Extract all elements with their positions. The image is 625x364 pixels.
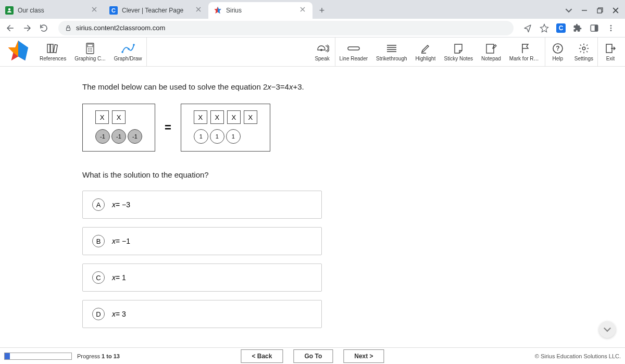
flag-icon (518, 42, 532, 55)
tab-search-icon[interactable] (561, 4, 576, 17)
graphing-button[interactable]: Graphing C... (70, 37, 109, 66)
bottom-bar: Progress 1 to 13 < Back Go To Next > © S… (0, 347, 625, 364)
mark-button[interactable]: Mark for Re... (505, 37, 545, 66)
notepad-icon (484, 42, 498, 55)
svg-point-24 (90, 48, 91, 49)
answer-choice-a[interactable]: A x= −3 (82, 191, 322, 219)
svg-rect-19 (51, 44, 53, 53)
x-tile: X (194, 110, 207, 124)
strikethrough-button[interactable]: Strikethrough (372, 37, 411, 66)
share-icon[interactable] (522, 22, 533, 34)
bookmark-icon[interactable] (539, 22, 550, 34)
x-tile: X (210, 110, 224, 124)
neg-one-circle: -1 (95, 129, 110, 144)
scroll-fab[interactable] (599, 321, 616, 338)
answer-letter: B (92, 235, 105, 247)
extensions-icon[interactable] (572, 22, 583, 34)
svg-point-13 (610, 27, 612, 29)
answer-letter: C (92, 271, 105, 284)
linereader-button[interactable]: Line Reader (335, 37, 372, 66)
goto-button[interactable]: Go To (293, 349, 333, 363)
back-button[interactable]: < Back (241, 349, 283, 363)
graph-icon (121, 42, 135, 55)
answer-text: x= 3 (112, 310, 126, 318)
equation-model: X X -1 -1 -1 = X X X X 1 1 1 (82, 104, 615, 152)
address-bar: sirius.content2classroom.com C (0, 19, 625, 37)
x-tile: X (112, 110, 126, 124)
svg-point-12 (610, 25, 612, 27)
help-button[interactable]: ? Help (545, 37, 570, 66)
lock-icon (65, 24, 72, 32)
window-controls (561, 4, 625, 19)
new-tab-button[interactable]: + (315, 3, 329, 18)
svg-point-23 (88, 48, 89, 49)
svg-point-14 (610, 30, 612, 31)
side-panel-icon[interactable] (589, 22, 600, 34)
model-left: X X -1 -1 -1 (82, 104, 155, 152)
question-content: The model below can be used to solve the… (0, 67, 625, 347)
question-prompt: The model below can be used to solve the… (82, 82, 615, 91)
answer-letter: A (92, 198, 105, 211)
url-text: sirius.content2classroom.com (76, 24, 165, 32)
chevron-down-icon (604, 326, 611, 333)
exit-button[interactable]: Exit (598, 37, 623, 66)
restore-icon[interactable] (593, 4, 607, 17)
tab-favicon (214, 6, 222, 15)
answer-choice-b[interactable]: B x= −1 (82, 227, 322, 255)
sticky-button[interactable]: Sticky Notes (440, 37, 477, 66)
svg-point-26 (88, 51, 89, 52)
svg-point-25 (91, 48, 92, 49)
browser-tab[interactable]: C Clever | Teacher Page (104, 2, 208, 19)
menu-icon[interactable] (605, 22, 617, 34)
next-button[interactable]: Next > (343, 349, 384, 363)
svg-rect-11 (595, 25, 598, 31)
svg-point-1 (8, 8, 10, 10)
svg-rect-8 (597, 9, 602, 13)
strikethrough-icon (384, 42, 399, 55)
close-icon[interactable] (92, 7, 99, 14)
svg-text:C: C (111, 7, 116, 14)
minimize-icon[interactable] (577, 4, 592, 17)
notepad-button[interactable]: Notepad (477, 37, 505, 66)
answer-choice-c[interactable]: C x= 1 (82, 263, 322, 292)
settings-button[interactable]: Settings (570, 37, 597, 66)
svg-point-31 (133, 44, 135, 46)
svg-marker-5 (218, 7, 221, 14)
browser-tab-strip: Our class C Clever | Teacher Page Sirius… (0, 0, 625, 19)
extension-c-icon[interactable]: C (555, 22, 567, 34)
graphdraw-button[interactable]: Graph/Draw (110, 37, 146, 66)
x-tile: X (244, 110, 257, 124)
browser-tab-active[interactable]: Sirius (208, 2, 312, 19)
progress-bar (4, 353, 72, 360)
speak-icon (315, 42, 330, 55)
svg-point-29 (121, 51, 123, 53)
highlight-icon (418, 42, 433, 55)
x-tile: X (227, 110, 241, 124)
window-close-icon[interactable] (608, 4, 623, 17)
pos-one-circle: 1 (194, 129, 208, 144)
browser-tab[interactable]: Our class (0, 2, 104, 19)
tab-favicon (5, 6, 14, 15)
reload-icon[interactable] (38, 22, 50, 34)
books-icon (46, 42, 60, 55)
speak-button[interactable]: Speak (310, 37, 335, 66)
neg-one-circle: -1 (128, 129, 142, 144)
answer-text: x= −1 (112, 237, 130, 245)
answer-letter: D (92, 308, 105, 320)
pos-one-circle: 1 (226, 129, 241, 144)
highlight-button[interactable]: Highlight (411, 37, 440, 66)
calculator-icon (83, 42, 97, 55)
answer-choice-d[interactable]: D x= 3 (82, 300, 322, 328)
progress-text: Progress 1 to 13 (77, 353, 120, 359)
svg-point-28 (91, 51, 92, 52)
svg-rect-20 (53, 45, 57, 53)
close-icon[interactable] (300, 7, 307, 14)
tab-title: Our class (18, 7, 88, 14)
back-icon[interactable] (4, 22, 17, 34)
forward-icon[interactable] (21, 22, 33, 34)
references-button[interactable]: References (35, 37, 70, 66)
close-icon[interactable] (196, 7, 203, 14)
svg-point-43 (582, 47, 585, 50)
answer-text: x= −3 (112, 200, 130, 209)
url-input[interactable]: sirius.content2classroom.com (58, 21, 514, 35)
